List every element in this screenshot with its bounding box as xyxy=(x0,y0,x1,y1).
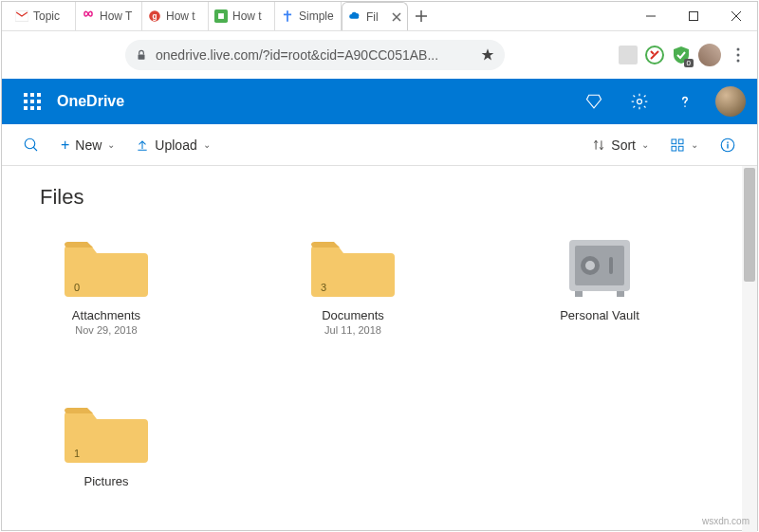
tab-label: How T xyxy=(100,9,136,23)
chevron-down-icon: ⌄ xyxy=(203,139,211,150)
plus-icon: + xyxy=(61,137,69,154)
svg-rect-13 xyxy=(30,93,34,97)
info-button[interactable] xyxy=(712,131,744,159)
svg-rect-7 xyxy=(619,46,638,64)
svg-point-11 xyxy=(737,60,740,63)
upload-icon xyxy=(136,138,149,152)
scroll-thumb[interactable] xyxy=(744,168,755,282)
close-icon[interactable] xyxy=(392,12,401,22)
tab-google[interactable]: g How t xyxy=(142,2,209,30)
folder-icon: 1 xyxy=(65,402,148,465)
vault-icon xyxy=(565,236,634,299)
watermark: wsxdn.com xyxy=(702,516,750,526)
sort-button[interactable]: Sort ⌄ xyxy=(584,132,657,158)
svg-rect-15 xyxy=(24,100,28,103)
svg-point-21 xyxy=(638,100,642,104)
tab-green[interactable]: How t xyxy=(209,2,275,30)
window-controls xyxy=(629,2,757,31)
folder-item-attachments[interactable]: 0 Attachments Nov 29, 2018 xyxy=(40,236,173,336)
sort-icon xyxy=(592,138,605,152)
premium-button[interactable] xyxy=(573,83,615,120)
browser-window: Topic How T g How t How t Simple Fil xyxy=(1,1,758,531)
toolbar-right: Sort ⌄ ⌄ xyxy=(584,131,744,159)
settings-button[interactable] xyxy=(619,83,660,120)
help-button[interactable] xyxy=(664,83,706,120)
new-button[interactable]: + New ⌄ xyxy=(53,131,122,159)
folder-item-pictures[interactable]: 1 Pictures xyxy=(40,402,173,488)
tab-label: Simple xyxy=(299,9,335,23)
url-text: onedrive.live.com/?id=root&cid=A90CC051A… xyxy=(156,47,472,63)
scrollbar[interactable] xyxy=(742,166,757,532)
search-button[interactable] xyxy=(15,131,47,159)
svg-rect-4 xyxy=(218,13,224,19)
page-title: Files xyxy=(40,185,719,210)
tab-label: Fil xyxy=(366,10,387,24)
app-launcher-button[interactable] xyxy=(13,83,51,120)
svg-rect-18 xyxy=(24,106,28,110)
tab-strip: Topic How T g How t How t Simple Fil xyxy=(2,2,629,30)
extension-icon[interactable] xyxy=(619,46,638,64)
close-window-button[interactable] xyxy=(714,2,757,31)
chevron-down-icon: ⌄ xyxy=(691,139,698,150)
item-count: 3 xyxy=(321,282,326,293)
url-box[interactable]: onedrive.live.com/?id=root&cid=A90CC051A… xyxy=(125,40,505,70)
star-icon[interactable] xyxy=(480,47,495,63)
onedrive-icon xyxy=(348,10,361,24)
svg-rect-17 xyxy=(37,100,41,103)
gmail-icon xyxy=(15,9,28,23)
svg-rect-16 xyxy=(30,100,34,103)
kebab-menu-icon[interactable] xyxy=(729,46,748,64)
lock-icon xyxy=(135,48,148,62)
svg-text:g: g xyxy=(153,12,157,21)
waffle-icon xyxy=(24,93,41,110)
folder-item-documents[interactable]: 3 Documents Jul 11, 2018 xyxy=(287,236,419,336)
file-grid: 0 Attachments Nov 29, 2018 3 Documents J… xyxy=(40,236,719,488)
item-name: Personal Vault xyxy=(533,308,666,322)
gear-icon xyxy=(630,92,649,111)
svg-rect-14 xyxy=(37,93,41,97)
tab-onedrive[interactable]: Fil xyxy=(342,2,408,30)
tab-simple[interactable]: Simple xyxy=(275,2,342,30)
item-name: Attachments xyxy=(40,308,173,322)
svg-point-22 xyxy=(25,138,35,149)
svg-rect-25 xyxy=(672,146,676,151)
tab-pink[interactable]: How T xyxy=(76,2,142,30)
shield-check-icon[interactable] xyxy=(645,46,664,64)
content-area: Files 0 Attachments Nov 29, 2018 3 Docum… xyxy=(2,166,757,532)
item-count: 0 xyxy=(74,282,80,293)
search-icon xyxy=(23,137,40,154)
ext-badge: 0 xyxy=(684,59,694,67)
sort-label: Sort xyxy=(611,138,636,153)
new-label: New xyxy=(75,138,102,153)
item-name: Documents xyxy=(287,308,419,322)
green-app-icon xyxy=(214,9,228,23)
minimize-button[interactable] xyxy=(629,2,672,31)
shield-badge-icon[interactable]: 0 xyxy=(672,46,691,64)
diamond-icon xyxy=(585,93,602,110)
svg-rect-33 xyxy=(575,291,583,297)
tab-label: How t xyxy=(166,9,202,23)
svg-point-10 xyxy=(737,54,740,57)
svg-rect-6 xyxy=(139,54,145,59)
profile-avatar-icon[interactable] xyxy=(698,44,721,66)
upload-label: Upload xyxy=(155,138,196,153)
item-date: Jul 11, 2018 xyxy=(287,324,419,336)
tab-gmail[interactable]: Topic xyxy=(9,2,76,30)
upload-button[interactable]: Upload ⌄ xyxy=(128,132,217,158)
item-date: Nov 29, 2018 xyxy=(40,324,173,336)
svg-rect-24 xyxy=(678,139,683,144)
onedrive-header: OneDrive xyxy=(2,79,757,124)
svg-rect-23 xyxy=(672,139,676,144)
vault-item[interactable]: Personal Vault xyxy=(533,236,666,336)
new-tab-button[interactable] xyxy=(408,2,435,30)
svg-rect-5 xyxy=(689,12,697,21)
view-button[interactable]: ⌄ xyxy=(662,132,706,158)
maximize-button[interactable] xyxy=(672,2,714,31)
folder-icon: 0 xyxy=(65,236,148,299)
svg-point-31 xyxy=(585,261,595,270)
extension-icons: 0 xyxy=(619,44,748,66)
user-avatar[interactable] xyxy=(715,86,746,117)
info-icon xyxy=(719,137,736,154)
svg-rect-20 xyxy=(37,106,41,110)
header-actions xyxy=(573,83,746,120)
